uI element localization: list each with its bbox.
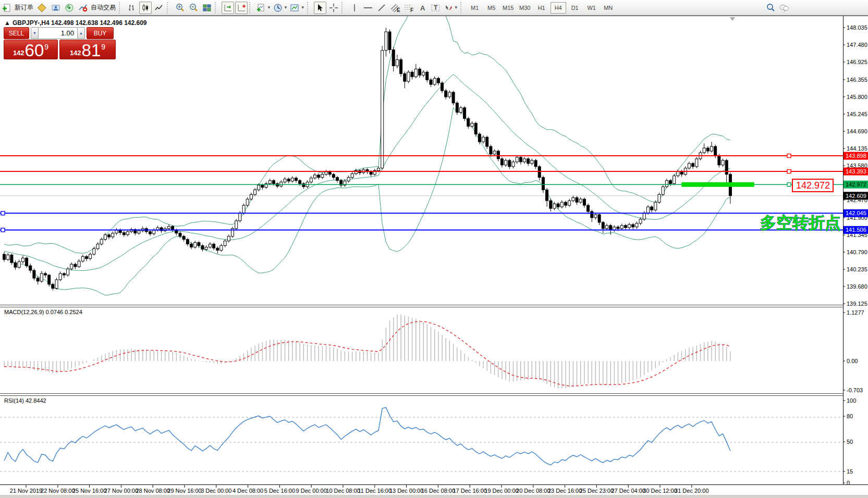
- tf-m30[interactable]: M30: [517, 2, 533, 14]
- volume-input[interactable]: [39, 27, 77, 39]
- toolbar-grip: [307, 2, 312, 14]
- rsi-label: RSI(14) 42.8442: [4, 397, 46, 404]
- indicators-button[interactable]: ▼: [256, 2, 272, 14]
- dropdown-caret: ▼: [301, 5, 305, 10]
- rsi-axis-label: 15: [847, 468, 853, 475]
- svg-text:148.035: 148.035: [847, 24, 867, 31]
- tf-h4[interactable]: H4: [551, 2, 566, 14]
- crosshair-tool-button[interactable]: [327, 2, 340, 14]
- tf-m1[interactable]: M1: [467, 2, 483, 14]
- line-chart-mode-button[interactable]: [153, 2, 165, 14]
- zoom-out-button[interactable]: [187, 2, 200, 14]
- svg-text:27 Nov 00:00: 27 Nov 00:00: [104, 488, 138, 494]
- rsi-axis-label: 80: [847, 413, 853, 419]
- svg-text:144.135: 144.135: [847, 145, 867, 152]
- svg-text:23 Dec 16:00: 23 Dec 16:00: [548, 488, 582, 494]
- buy-price-big: 81: [82, 43, 101, 58]
- auto-scroll-button[interactable]: [222, 2, 234, 14]
- svg-text:17 Dec 16:00: 17 Dec 16:00: [453, 488, 486, 494]
- tf-d1[interactable]: D1: [567, 2, 583, 14]
- candlestick-mode-button[interactable]: [139, 2, 152, 14]
- text-tool-button[interactable]: A: [416, 2, 429, 14]
- svg-text:146.355: 146.355: [847, 77, 867, 83]
- templates-button[interactable]: ▼: [289, 2, 305, 14]
- market-watch-icon[interactable]: [50, 2, 62, 14]
- trendline-tool-button[interactable]: [375, 2, 388, 14]
- vertical-line-tool-button[interactable]: [348, 2, 361, 14]
- svg-text:31 Dec 20:00: 31 Dec 20:00: [675, 488, 708, 494]
- macd-label: MACD(12,26,9) 0.0746 0.2524: [4, 309, 82, 315]
- cursor-tool-button[interactable]: [314, 2, 326, 14]
- svg-text:16 Dec 08:00: 16 Dec 08:00: [421, 488, 455, 494]
- svg-text:139.680: 139.680: [847, 283, 867, 290]
- svg-text:22 Nov 08:00: 22 Nov 08:00: [41, 488, 75, 494]
- new-order-label[interactable]: 新订单: [15, 3, 33, 12]
- arrows-tool-button[interactable]: ▼: [443, 2, 459, 14]
- svg-text:141.506: 141.506: [846, 227, 866, 233]
- buy-price-prefix: 142: [70, 49, 81, 56]
- buy-price-button[interactable]: 142 81 9: [59, 40, 116, 59]
- svg-text:25 Dec 23:00: 25 Dec 23:00: [580, 488, 614, 494]
- svg-text:5 Dec 16:00: 5 Dec 16:00: [264, 488, 295, 494]
- rsi-axis-label: 100: [847, 397, 856, 404]
- toolbar-grip: [249, 2, 254, 14]
- svg-text:142.609: 142.609: [846, 193, 866, 199]
- toolbar-grip: [215, 2, 220, 14]
- tf-mn[interactable]: MN: [601, 2, 616, 14]
- toolbar-grip: [460, 2, 466, 14]
- sell-price-big: 60: [25, 43, 44, 58]
- turning-point-annotation[interactable]: 多空转折点: [760, 214, 841, 232]
- svg-text:143.393: 143.393: [846, 168, 866, 175]
- svg-text:20 Dec 08:00: 20 Dec 08:00: [516, 488, 550, 494]
- signals-icon[interactable]: [63, 2, 76, 14]
- rsi-axis-label: 0: [847, 480, 850, 486]
- chart-canvas[interactable]: 148.035147.480146.925146.355145.800145.2…: [0, 16, 868, 498]
- channel-tool-button[interactable]: E: [389, 2, 401, 14]
- chart-shift-button[interactable]: [235, 2, 248, 14]
- tf-w1[interactable]: W1: [584, 2, 600, 14]
- svg-text:145.245: 145.245: [847, 111, 867, 117]
- svg-text:25 Nov 16:00: 25 Nov 16:00: [72, 488, 106, 494]
- channel-tool-letter: E: [397, 7, 400, 13]
- auto-trading-icon[interactable]: [77, 2, 89, 14]
- search-icon[interactable]: [764, 2, 777, 14]
- volume-up-button[interactable]: ▲: [77, 27, 85, 39]
- sell-price-button[interactable]: 142 60 9: [4, 40, 58, 59]
- auto-trading-label[interactable]: 自动交易: [91, 3, 116, 12]
- sell-price-prefix: 142: [13, 49, 25, 56]
- periods-button[interactable]: ▼: [273, 2, 288, 14]
- dropdown-caret: ▼: [454, 5, 458, 10]
- svg-text:21 Nov 2019: 21 Nov 2019: [10, 488, 42, 494]
- label-tool-button[interactable]: T: [430, 2, 442, 14]
- toolbar-grip: [341, 2, 347, 14]
- fibonacci-tool-letter: F: [410, 7, 413, 13]
- zoom-in-button[interactable]: [174, 2, 186, 14]
- volume-down-button[interactable]: ▼: [31, 27, 39, 39]
- buy-button[interactable]: BUY: [87, 27, 114, 39]
- symbol-collapse-icon[interactable]: ▲: [4, 19, 10, 27]
- svg-text:29 Nov 16:00: 29 Nov 16:00: [167, 488, 201, 494]
- macd-axis-label: -0.703: [847, 387, 863, 393]
- price-tag-callout[interactable]: 142.972: [792, 179, 833, 192]
- svg-text:19 Dec 00:00: 19 Dec 00:00: [484, 488, 518, 494]
- macd-axis-label: 0.00: [847, 358, 858, 364]
- tf-m5[interactable]: M5: [484, 2, 499, 14]
- new-order-button[interactable]: [1, 2, 13, 14]
- tf-h1[interactable]: H1: [534, 2, 549, 14]
- toolbar-grip: [119, 2, 124, 14]
- one-click-trading-panel: SELL ▼ ▲ BUY 142 60 9 142 81 9: [4, 27, 116, 59]
- sell-button[interactable]: SELL: [4, 27, 29, 39]
- chat-icon[interactable]: [778, 2, 790, 14]
- svg-text:10 Dec 08:00: 10 Dec 08:00: [326, 488, 360, 494]
- bar-chart-mode-button[interactable]: [126, 2, 138, 14]
- horizontal-line-tool-button[interactable]: [362, 2, 374, 14]
- fibonacci-tool-button[interactable]: F: [402, 2, 415, 14]
- rsi-axis-label: 50: [847, 439, 853, 445]
- tile-windows-button[interactable]: [201, 2, 213, 14]
- svg-text:9 Dec 00:00: 9 Dec 00:00: [296, 488, 327, 494]
- label-tool-letter: T: [434, 4, 438, 11]
- tf-m15[interactable]: M15: [500, 2, 516, 14]
- text-tool-letter: A: [420, 4, 425, 12]
- svg-text:143.898: 143.898: [846, 153, 866, 159]
- profiles-icon[interactable]: [36, 2, 48, 14]
